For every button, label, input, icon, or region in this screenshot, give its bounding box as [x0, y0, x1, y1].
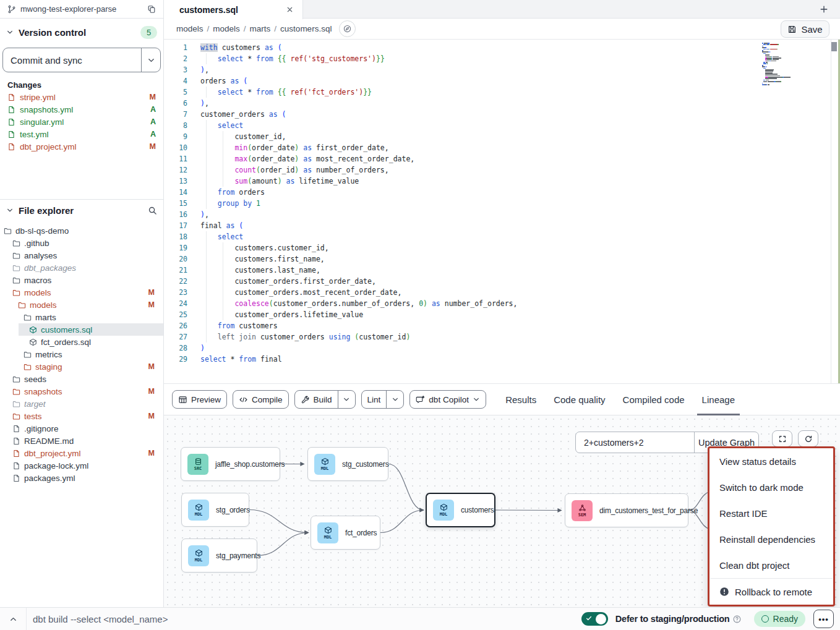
build-options-chevron[interactable]	[338, 391, 355, 408]
save-button[interactable]: Save	[781, 20, 829, 38]
tree-item--github[interactable]: .github	[0, 237, 163, 249]
tree-item-status: M	[148, 412, 155, 420]
tree-item-analyses[interactable]: analyses	[0, 249, 163, 262]
lineage-canvas[interactable]: SRCjaffle_shop.customersMDLstg_customers…	[164, 415, 840, 607]
commit-options-chevron[interactable]	[141, 48, 160, 72]
help-icon[interactable]	[732, 615, 742, 624]
commit-and-sync-label[interactable]: Commit and sync	[3, 48, 141, 72]
tab-results[interactable]: Results	[497, 384, 545, 415]
dbt-copilot-button[interactable]: dbt Copilot	[409, 390, 486, 409]
compile-button[interactable]: Compile	[233, 390, 289, 409]
lineage-node-customers[interactable]: MDLcustomers	[426, 493, 495, 527]
expand-console-button[interactable]	[0, 608, 27, 630]
breadcrumb-segment[interactable]: models	[213, 24, 240, 33]
tree-item-fct-orders-sql[interactable]: fct_orders.sql	[0, 336, 163, 348]
menu-item-switch-to-dark-mode[interactable]: Switch to dark mode	[709, 474, 833, 500]
tree-item-tests[interactable]: testsM	[0, 410, 163, 422]
tree-item-target[interactable]: target	[0, 398, 163, 410]
tab-code-quality[interactable]: Code quality	[545, 384, 614, 415]
folder-icon	[12, 276, 20, 284]
folder-icon	[12, 388, 20, 396]
changes-count-badge: 5	[140, 26, 157, 39]
tab-compiled-code[interactable]: Compiled code	[614, 384, 693, 415]
tree-item-db-sl-qs-demo[interactable]: db-sl-qs-demo	[0, 224, 163, 237]
tree-item-models[interactable]: modelsM	[0, 299, 163, 311]
command-input[interactable]: dbt build --select <model_name>	[33, 614, 581, 624]
refresh-graph-button[interactable]	[798, 430, 818, 447]
lineage-search-input[interactable]: 2+customers+2	[576, 432, 694, 453]
mdl-icon: MDL	[433, 500, 454, 521]
folder-icon	[12, 375, 20, 383]
tab-customers-sql[interactable]: customers.sql	[164, 0, 303, 19]
code-editor[interactable]: 1234567891011121314151617181920212223242…	[164, 40, 840, 383]
file-icon	[12, 425, 20, 433]
menu-item-rollback-to-remote[interactable]: Rollback to remote	[709, 579, 833, 605]
commit-and-sync-button[interactable]: Commit and sync	[2, 48, 161, 72]
copy-icon[interactable]	[147, 5, 156, 14]
lineage-node-stg-payments[interactable]: MDLstg_payments	[181, 538, 257, 573]
editor-scrollbar[interactable]	[831, 40, 838, 383]
search-icon[interactable]	[148, 206, 157, 215]
menu-item-restart-ide[interactable]: Restart IDE	[709, 500, 833, 526]
lineage-node-fct-orders[interactable]: MDLfct_orders	[311, 516, 380, 550]
tree-item-models[interactable]: modelsM	[0, 286, 163, 299]
change-status: M	[150, 142, 156, 151]
change-status: A	[150, 117, 156, 126]
tab-title: customers.sql	[179, 5, 286, 15]
lineage-node-stg-orders[interactable]: MDLstg_orders	[181, 493, 249, 527]
breadcrumb-segment[interactable]: models	[176, 24, 204, 33]
fullscreen-button[interactable]	[772, 430, 792, 447]
menu-item-clean-dbt-project[interactable]: Clean dbt project	[709, 552, 833, 578]
defer-toggle[interactable]	[581, 612, 608, 626]
mdl-icon: MDL	[188, 500, 209, 521]
context-menu: View status detailsSwitch to dark modeRe…	[708, 446, 835, 607]
new-tab-button[interactable]	[807, 0, 840, 19]
tree-item-packages-yml[interactable]: packages.yml	[0, 472, 163, 484]
preview-button[interactable]: Preview	[172, 390, 227, 409]
tree-item--gitignore[interactable]: .gitignore	[0, 422, 163, 435]
minimap[interactable]	[762, 43, 800, 85]
file-explorer: File explorer db-sl-qs-demo.githubanalys…	[0, 199, 163, 484]
file-icon	[7, 106, 15, 114]
tree-item-macros[interactable]: macros	[0, 274, 163, 286]
change-row[interactable]: dbt_project.ymlM	[0, 140, 163, 153]
change-row[interactable]: stripe.ymlM	[0, 91, 163, 103]
version-control-header[interactable]: Version control 5	[0, 23, 163, 41]
tree-item-dbt-packages[interactable]: dbt_packages	[0, 262, 163, 274]
tree-item-dbt-project-yml[interactable]: dbt_project.ymlM	[0, 447, 163, 459]
changes-label: Changes	[0, 80, 163, 90]
file-icon	[12, 462, 20, 470]
breadcrumb-segment[interactable]: customers.sql	[280, 24, 332, 33]
tree-item-package-lock-yml[interactable]: package-lock.yml	[0, 459, 163, 472]
change-row[interactable]: singular.ymlA	[0, 116, 163, 128]
tree-item-metrics[interactable]: metrics	[0, 348, 163, 360]
menu-item-view-status-details[interactable]: View status details	[709, 448, 833, 474]
tree-item-marts[interactable]: marts	[0, 311, 163, 323]
tree-item-customers-sql[interactable]: customers.sql	[0, 323, 163, 336]
lineage-node-jaffle-shop-customers[interactable]: SRCjaffle_shop.customers	[181, 447, 280, 481]
tree-item-label: .gitignore	[24, 424, 163, 433]
change-row[interactable]: test.ymlA	[0, 128, 163, 140]
close-icon[interactable]	[286, 6, 294, 14]
editor-scrollbar-thumb[interactable]	[831, 42, 837, 51]
file-info-icon[interactable]	[339, 20, 356, 37]
lint-options-chevron[interactable]	[386, 391, 403, 408]
lineage-node-stg-customers[interactable]: MDLstg_customers	[307, 447, 388, 481]
build-button[interactable]: Build	[294, 390, 356, 409]
breadcrumb-segment[interactable]: marts	[250, 24, 271, 33]
tree-item-staging[interactable]: stagingM	[0, 360, 163, 373]
tree-item-label: fct_orders.sql	[41, 338, 163, 347]
tab-lineage[interactable]: Lineage	[693, 384, 744, 415]
file-icon	[12, 474, 20, 482]
tree-item-readme-md[interactable]: README.md	[0, 435, 163, 447]
branch-name: mwong-test-explorer-parse	[20, 4, 143, 14]
lineage-node-dim-customers-test-for-parse[interactable]: SEMdim_customers_test_for_parse	[565, 493, 688, 527]
tree-item-snapshots[interactable]: snapshotsM	[0, 385, 163, 398]
more-options-button[interactable]: •••	[813, 610, 834, 628]
lint-button[interactable]: Lint	[361, 390, 405, 409]
save-label: Save	[801, 24, 822, 35]
menu-item-reinstall-dependencies[interactable]: Reinstall dependencies	[709, 526, 833, 552]
change-row[interactable]: snapshots.ymlA	[0, 103, 163, 116]
folder-icon	[24, 351, 32, 359]
tree-item-seeds[interactable]: seeds	[0, 373, 163, 385]
